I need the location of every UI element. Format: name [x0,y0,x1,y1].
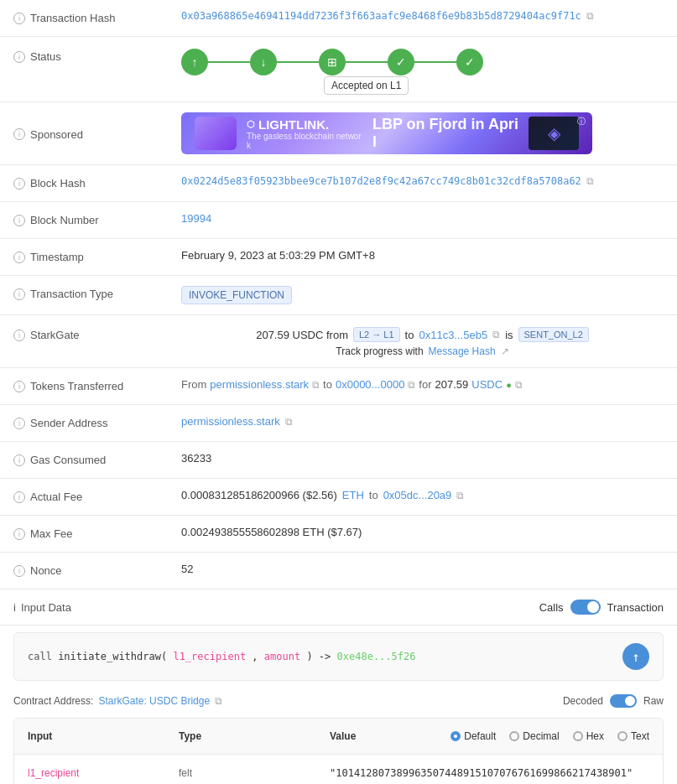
starkgate-line1: 207.59 USDC from L2 → L1 to 0x11c3...5eb… [256,327,589,342]
info-icon: i [13,13,25,24]
timestamp-label: i Timestamp [13,249,181,263]
copy-blockhash-icon[interactable]: ⧉ [586,175,594,187]
status-step-1: ↑ [181,49,208,75]
actual-fee-address[interactable]: 0x05dc...20a9 [383,489,452,501]
radio-hex[interactable]: Hex [573,730,604,742]
copy-tokens-to-icon[interactable]: ⧉ [408,379,415,391]
starkgate-content: 207.59 USDC from L2 → L1 to 0x11c3...5eb… [181,327,664,357]
status-line-2 [277,61,319,63]
block-hash-value[interactable]: 0x0224d5e83f05923bbee9ce7b107d2e8f9c42a6… [181,175,581,187]
block-number-value[interactable]: 19994 [181,212,211,225]
calls-label: Calls [539,601,564,614]
decode-controls: Decoded Raw [563,694,664,708]
timestamp-content: February 9, 2023 at 5:03:29 PM GMT+8 [181,249,664,262]
starkgate-sent-badge: SENT_ON_L2 [518,327,589,342]
nonce-value: 52 [181,563,193,575]
actual-fee-value: 0.000831285186200966 ($2.56) [181,489,337,501]
copy-actual-fee-icon[interactable]: ⧉ [456,490,464,501]
info-icon-gas: i [13,454,25,466]
status-step-5: ✓ [456,49,483,75]
sponsored-tagline: The gasless blockchain network [247,132,362,150]
input-data-controls: Calls Transaction [539,600,664,615]
contract-address-value[interactable]: StarkGate: USDC Bridge [98,695,210,707]
status-label: i Status [13,49,181,63]
toggle-knob [587,601,599,613]
contract-row: Contract Address: StarkGate: USDC Bridge… [0,688,677,718]
timestamp-row: i Timestamp February 9, 2023 at 5:03:29 … [0,239,677,276]
block-number-row: i Block Number 19994 [0,202,677,239]
tx-type-label: i Transaction Type [13,286,181,300]
decoded-knob [625,696,635,706]
tokens-content: From permissionless.stark ⧉ to 0x0000...… [181,378,664,391]
th-input: Input [14,725,165,747]
copy-starkgate-icon[interactable]: ⧉ [492,329,500,340]
info-icon-status: i [13,51,25,63]
input-data-header: i Input Data Calls Transaction [0,589,677,626]
timestamp-value: February 9, 2023 at 5:03:29 PM GMT+8 [181,249,375,262]
starkgate-amount: 207.59 USDC from [256,329,348,341]
sponsored-info-icon: ⓘ [577,116,586,127]
tokens-token[interactable]: USDC [471,378,503,391]
nonce-label: i Nonce [13,563,181,577]
copy-contract-icon[interactable]: ⧉ [215,695,222,707]
actual-fee-content: 0.000831285186200966 ($2.56) ETH to 0x05… [181,489,664,501]
copy-tokens-from-icon[interactable]: ⧉ [312,379,320,391]
copy-hash-icon[interactable]: ⧉ [586,10,594,22]
sponsored-banner[interactable]: ⬡ LIGHTLINK. The gasless blockchain netw… [181,112,592,154]
info-icon-blocknum: i [13,215,25,226]
gas-consumed-label: i Gas Consumed [13,452,181,466]
transaction-hash-content: 0x03a968865e46941194dd7236f3f663aafc9e84… [181,10,664,22]
table-row: l1_recipient felt "101412807389963507448… [14,755,663,784]
actual-fee-token[interactable]: ETH [342,489,364,501]
transaction-hash-value: 0x03a968865e46941194dd7236f3f663aafc9e84… [181,10,581,22]
decoded-toggle[interactable] [610,694,637,708]
code-call-keyword: call [28,651,52,662]
info-icon-starkgate: i [13,330,25,341]
max-fee-row: i Max Fee 0.002493855558602898 ETH ($7.6… [0,516,677,553]
expand-code-button[interactable]: ↑ [622,643,649,670]
starkgate-message-hash-link[interactable]: Message Hash [429,345,496,357]
sponsored-logo: ⬡ LIGHTLINK. [247,117,362,132]
input-data-label: i Input Data [13,601,181,614]
block-hash-row: i Block Hash 0x0224d5e83f05923bbee9ce7b1… [0,165,677,202]
starkgate-label: i StarkGate [13,327,181,341]
actual-fee-row: i Actual Fee 0.000831285186200966 ($2.56… [0,479,677,516]
radio-default[interactable]: Default [450,730,496,742]
radio-dot-decimal [509,731,519,741]
code-return: 0xe48e...5f26 [337,651,416,662]
raw-label: Raw [643,695,664,707]
starkgate-row: i StarkGate 207.59 USDC from L2 → L1 to … [0,315,677,368]
sender-address-value[interactable]: permissionless.stark [181,415,280,428]
copy-tokens-token-icon[interactable]: ⧉ [515,379,523,391]
status-step-3: ⊞ [319,49,346,75]
calls-toggle[interactable] [570,600,601,615]
nonce-content: 52 [181,563,664,575]
tokens-from[interactable]: permissionless.stark [210,378,309,391]
td-input-1: l1_recipient [14,759,165,785]
contract-address-section: Contract Address: StarkGate: USDC Bridge… [13,695,222,707]
block-hash-content: 0x0224d5e83f05923bbee9ce7b107d2e8f9c42a6… [181,175,664,187]
info-icon-timestamp: i [13,252,25,263]
radio-text[interactable]: Text [617,730,649,742]
sponsored-content[interactable]: ⬡ LIGHTLINK. The gasless blockchain netw… [181,112,664,154]
tokens-to[interactable]: 0x0000...0000 [336,378,404,391]
radio-decimal[interactable]: Decimal [509,730,559,742]
copy-sender-icon[interactable]: ⧉ [285,416,293,428]
th-value: Value [316,725,450,747]
status-line-3 [346,61,388,63]
gas-value: 36233 [181,452,211,465]
gas-consumed-row: i Gas Consumed 36233 [0,442,677,479]
max-fee-value: 0.002493855558602898 ETH ($7.67) [181,526,362,538]
info-icon-sponsored: i [13,128,25,140]
starkgate-address[interactable]: 0x11c3...5eb5 [419,329,487,341]
code-param2: amount [264,651,300,662]
gas-content: 36233 [181,452,664,465]
sender-address-label: i Sender Address [13,415,181,429]
status-badge: Accepted on L1 [324,76,409,95]
radio-options: Default Decimal Hex Text [450,730,663,742]
max-fee-content: 0.002493855558602898 ETH ($7.67) [181,526,664,538]
sponsored-row: i Sponsored ⬡ LIGHTLINK. The gasless blo… [0,102,677,165]
value-l1-recipient: "101412807389963507448915107076761699866… [330,767,633,779]
max-fee-label: i Max Fee [13,526,181,540]
info-icon-nonce: i [13,565,25,577]
